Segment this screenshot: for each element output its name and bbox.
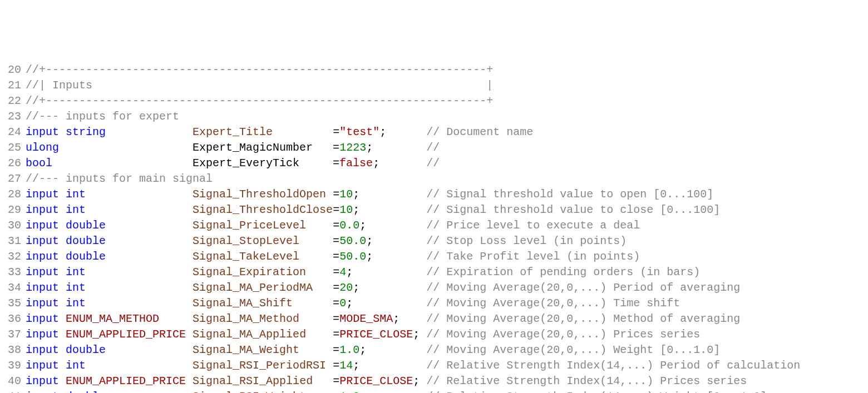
code-token <box>373 141 426 154</box>
code-token <box>86 297 193 310</box>
code-token: = <box>326 359 339 372</box>
code-token: double <box>66 390 106 393</box>
code-token: // Moving Average(20,0,...) Weight [0...… <box>426 344 720 356</box>
code-line[interactable]: //| Inputs | <box>26 78 868 93</box>
code-token: = <box>299 157 339 170</box>
code-token: Signal_ThresholdClose <box>193 203 333 216</box>
code-token: // Moving Average(20,0,...) Prices serie… <box>426 328 700 341</box>
code-token: input <box>26 328 59 341</box>
code-token: // Take Profit level (in points) <box>426 250 640 263</box>
code-line[interactable]: input int Signal_RSI_PeriodRSI =14; // R… <box>26 358 868 374</box>
code-token: ; <box>413 328 420 341</box>
code-token: // Relative Strength Index(14,...) Price… <box>426 375 747 387</box>
code-token: ; <box>373 157 379 170</box>
code-token: Signal_MA_Applied <box>193 328 306 341</box>
code-line[interactable]: ulong Expert_MagicNumber =1223; // <box>26 140 868 156</box>
code-token: = <box>313 141 339 154</box>
code-line[interactable]: input int Signal_MA_PeriodMA =20; // Mov… <box>26 280 868 296</box>
code-token: Signal_PriceLevel <box>193 219 306 232</box>
line-number: 38 <box>0 342 21 358</box>
line-number: 41 <box>0 389 21 393</box>
code-token: ; <box>353 359 359 372</box>
code-line[interactable]: input int Signal_MA_Shift =0; // Moving … <box>26 296 868 311</box>
line-number: 29 <box>0 202 21 218</box>
code-line[interactable]: input ENUM_MA_METHOD Signal_MA_Method =M… <box>26 311 868 327</box>
code-line[interactable]: //+-------------------------------------… <box>26 62 868 78</box>
code-line[interactable]: input ENUM_APPLIED_PRICE Signal_RSI_Appl… <box>26 374 868 389</box>
code-area[interactable]: //+-------------------------------------… <box>24 62 868 393</box>
line-number: 40 <box>0 374 21 389</box>
code-line[interactable]: input double Signal_TakeLevel =50.0; // … <box>26 249 868 265</box>
line-number: 39 <box>0 358 21 374</box>
code-token <box>400 312 426 325</box>
code-line[interactable]: input double Signal_StopLevel =50.0; // … <box>26 233 868 249</box>
code-token <box>59 281 66 294</box>
code-token: Signal_Expiration <box>193 266 306 278</box>
code-token: ; <box>353 188 359 201</box>
code-token <box>366 344 426 356</box>
code-token: // Moving Average(20,0,...) Period of av… <box>426 281 740 294</box>
code-line[interactable]: input double Signal_PriceLevel =0.0; // … <box>26 218 868 233</box>
code-token <box>359 359 426 372</box>
code-token: ; <box>366 250 373 263</box>
code-token: Signal_StopLevel <box>193 235 299 247</box>
line-number-gutter: 2021222324252627282930313233343536373839… <box>0 62 24 393</box>
code-token: // Signal threshold value to open [0...1… <box>426 188 713 201</box>
code-token <box>420 328 426 341</box>
code-token <box>59 141 193 154</box>
code-token: ; <box>353 281 359 294</box>
code-token: = <box>313 281 339 294</box>
code-token <box>106 235 193 247</box>
code-token: ; <box>346 297 353 310</box>
code-token: Signal_ThresholdOpen <box>193 188 326 201</box>
code-token <box>59 203 66 216</box>
code-token <box>86 281 193 294</box>
code-line[interactable]: input double Signal_RSI_Weight =1.0; // … <box>26 389 868 393</box>
code-token <box>106 344 193 356</box>
code-line[interactable]: bool Expert_EveryTick =false; // <box>26 156 868 171</box>
code-editor[interactable]: 2021222324252627282930313233343536373839… <box>0 62 868 393</box>
code-token: // Expiration of pending orders (in bars… <box>426 266 700 278</box>
code-token: = <box>273 126 339 138</box>
code-token <box>86 203 193 216</box>
code-token: ENUM_MA_METHOD <box>66 312 159 325</box>
code-line[interactable]: //+-------------------------------------… <box>26 93 868 109</box>
code-line[interactable]: //--- inputs for expert <box>26 109 868 125</box>
code-line[interactable]: //--- inputs for main signal <box>26 171 868 187</box>
code-token: MODE_SMA <box>339 312 393 325</box>
code-line[interactable]: input int Signal_ThresholdOpen =10; // S… <box>26 187 868 202</box>
code-token: Signal_MA_Weight <box>193 344 299 356</box>
code-token: Signal_RSI_PeriodRSI <box>193 359 326 372</box>
code-token <box>59 250 66 263</box>
code-token <box>59 266 66 278</box>
line-number: 27 <box>0 171 21 187</box>
code-token <box>86 266 193 278</box>
code-token: = <box>306 219 339 232</box>
code-token: 10 <box>339 188 353 201</box>
code-token <box>59 344 66 356</box>
code-line[interactable]: input int Signal_ThresholdClose=10; // S… <box>26 202 868 218</box>
line-number: 37 <box>0 327 21 342</box>
code-token <box>353 297 426 310</box>
code-token: ENUM_APPLIED_PRICE <box>66 375 186 387</box>
code-token <box>59 328 66 341</box>
code-token: = <box>299 312 339 325</box>
code-token: false <box>339 157 373 170</box>
code-token <box>59 126 66 138</box>
code-token: = <box>333 203 339 216</box>
code-token: input <box>26 266 59 278</box>
code-token: ; <box>366 235 373 247</box>
code-token: ; <box>379 126 386 138</box>
code-token <box>52 157 193 170</box>
code-token: Signal_MA_Shift <box>193 297 293 310</box>
code-token: Expert_EveryTick <box>193 157 299 170</box>
code-token: double <box>66 250 106 263</box>
line-number: 31 <box>0 233 21 249</box>
code-token: input <box>26 344 59 356</box>
code-token: input <box>26 250 59 263</box>
code-line[interactable]: input string Expert_Title ="test"; // Do… <box>26 125 868 140</box>
code-line[interactable]: input int Signal_Expiration =4; // Expir… <box>26 265 868 280</box>
code-line[interactable]: input double Signal_MA_Weight =1.0; // M… <box>26 342 868 358</box>
code-line[interactable]: input ENUM_APPLIED_PRICE Signal_MA_Appli… <box>26 327 868 342</box>
line-number: 30 <box>0 218 21 233</box>
